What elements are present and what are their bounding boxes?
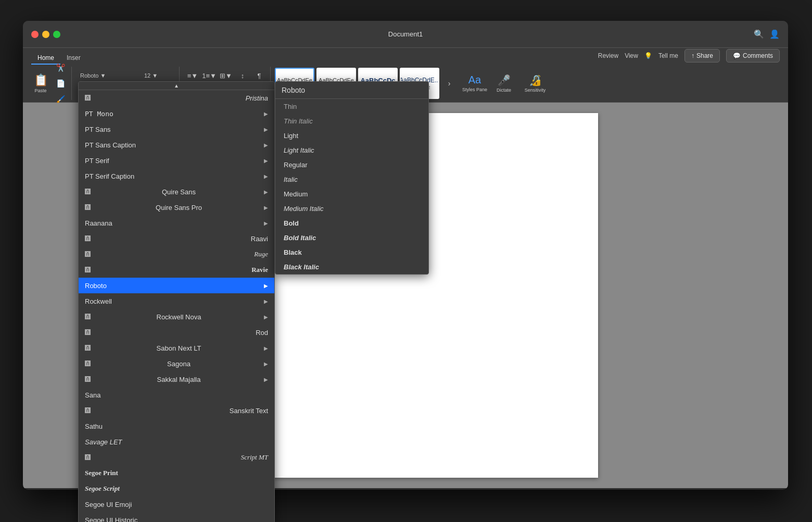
arrow-icon: ▶ (264, 361, 268, 367)
submenu-item-bold[interactable]: Bold (275, 216, 428, 230)
font-item-pt-sans-caption[interactable]: PT Sans Caption ▶ (79, 137, 274, 153)
share-button[interactable]: ↑ Share (684, 49, 720, 63)
more-styles-button[interactable]: › (441, 76, 457, 91)
font-item-sana[interactable]: Sana (79, 387, 274, 403)
submenu-item-light-italic[interactable]: Light Italic (275, 143, 428, 157)
review-tab[interactable]: Review (598, 52, 618, 59)
tell-me-label[interactable]: Tell me (658, 52, 678, 59)
font-item-raavi[interactable]: 🅰 Raavi (79, 231, 274, 246)
share-icon: ↑ (691, 52, 694, 59)
font-item-quire-sans-pro[interactable]: 🅰 Quire Sans Pro ▶ (79, 200, 274, 215)
pilcrow-button[interactable]: ¶ (251, 68, 267, 83)
sensitivity-icon: 🔏 (529, 74, 542, 86)
ravie-icon: 🅰 (85, 267, 91, 273)
font-size-btn[interactable]: 12 ▼ (141, 68, 161, 83)
ribbon-tabs: Home Inser Review View 💡 Tell me ↑ Share… (23, 48, 788, 65)
arrow-icon: ▶ (264, 205, 268, 210)
submenu-header: Roboto (275, 82, 428, 99)
font-item-sabon-next-lt[interactable]: 🅰 Sabon Next LT ▶ (79, 340, 274, 356)
font-item-pt-serif-caption[interactable]: PT Serif Caption ▶ (79, 168, 274, 184)
search-icon[interactable]: 🔍 (754, 29, 764, 39)
copy-button[interactable]: 📄 (53, 76, 68, 91)
submenu-item-italic[interactable]: Italic (275, 172, 428, 187)
quire-sans-pro-icon: 🅰 (85, 204, 91, 210)
submenu-item-thin[interactable]: Thin (275, 99, 428, 114)
font-item-rockwell-nova[interactable]: 🅰 Rockwell Nova ▶ (79, 309, 274, 325)
submenu-item-black[interactable]: Black (275, 245, 428, 259)
maximize-button[interactable] (53, 31, 60, 38)
minimize-button[interactable] (42, 31, 49, 38)
font-item-pt-mono[interactable]: PT Mono ▶ (79, 106, 274, 121)
comments-button[interactable]: 💬 Comments (726, 49, 780, 63)
submenu-item-black-italic[interactable]: Black Italic (275, 259, 428, 274)
paste-group: 📋 Paste ✂️ 📄 🖌️ (27, 67, 72, 100)
font-item-savage-let[interactable]: Savage LET (79, 434, 274, 450)
dictate-button[interactable]: 🎤 Dictate (490, 68, 517, 99)
dictate-icon: 🎤 (498, 74, 511, 86)
submenu-item-medium-italic[interactable]: Medium Italic (275, 201, 428, 216)
font-item-segoe-ui-emoji[interactable]: Segoe UI Emoji (79, 496, 274, 512)
submenu-item-medium[interactable]: Medium (275, 187, 428, 201)
submenu-item-bold-italic[interactable]: Bold Italic (275, 230, 428, 245)
arrow-icon: ▶ (264, 299, 268, 304)
cut-button[interactable]: ✂️ (53, 60, 68, 75)
font-item-pristina[interactable]: 🅰 Pristina (79, 90, 274, 106)
font-item-sakkal-majalla[interactable]: 🅰 Sakkal Majalla ▶ (79, 371, 274, 387)
styles-pane-icon: Aa (468, 74, 481, 86)
comments-icon: 💬 (733, 52, 741, 59)
titlebar: Document1 🔍 👤 (23, 21, 788, 48)
titlebar-right: 🔍 👤 (754, 29, 780, 39)
sagona-icon: 🅰 (85, 361, 91, 367)
sensitivity-button[interactable]: 🔏 Sensitivity (519, 68, 551, 99)
font-item-quire-sans[interactable]: 🅰 Quire Sans ▶ (79, 184, 274, 200)
tell-me-icon: 💡 (644, 52, 652, 59)
sabon-icon: 🅰 (85, 345, 91, 351)
font-item-raanana[interactable]: Raanana ▶ (79, 215, 274, 231)
paste-icon: 📋 (34, 73, 48, 87)
font-item-sathu[interactable]: Sathu (79, 418, 274, 434)
arrow-icon: ▶ (264, 127, 268, 132)
arrow-icon: ▶ (264, 377, 268, 382)
submenu-item-light[interactable]: Light (275, 128, 428, 143)
bullets-button[interactable]: ≡▼ (185, 68, 200, 83)
close-button[interactable] (31, 31, 39, 38)
font-item-ruge[interactable]: 🅰 Ruge (79, 246, 274, 262)
account-icon[interactable]: 👤 (769, 29, 780, 39)
ruge-icon: 🅰 (85, 251, 91, 257)
font-item-script-mt[interactable]: 🅰 Script MT (79, 450, 274, 465)
arrow-icon: ▶ (264, 173, 268, 179)
font-item-segoe-print[interactable]: Segoe Print (79, 465, 274, 481)
font-item-pt-serif[interactable]: PT Serif ▶ (79, 153, 274, 168)
arrow-icon: ▶ (264, 283, 268, 289)
script-mt-icon: 🅰 (85, 454, 91, 461)
font-item-rockwell[interactable]: Rockwell ▶ (79, 293, 274, 309)
font-item-pt-sans[interactable]: PT Sans ▶ (79, 121, 274, 137)
scroll-up-arrow[interactable]: ▲ (174, 83, 179, 89)
styles-pane-button[interactable]: Aa Styles Pane (461, 68, 488, 99)
arrow-icon: ▶ (264, 314, 268, 320)
rockwell-nova-icon: 🅰 (85, 314, 91, 320)
paste-button[interactable]: 📋 Paste (30, 70, 51, 97)
font-item-roboto[interactable]: Roboto ▶ (79, 278, 274, 293)
roboto-submenu: Roboto Thin Thin Italic Light Light Ital… (275, 81, 429, 275)
arrow-icon: ▶ (264, 220, 268, 226)
arrow-icon: ▶ (264, 111, 268, 117)
sort-button[interactable]: ↕ (235, 68, 250, 83)
pristina-icon: 🅰 (85, 95, 91, 101)
font-item-segoe-ui-historic[interactable]: Segoe UI Historic (79, 512, 274, 522)
arrow-icon: ▶ (264, 189, 268, 195)
numbering-button[interactable]: 1≡▼ (201, 68, 217, 83)
font-item-sanskrit-text[interactable]: 🅰 Sanskrit Text (79, 403, 274, 418)
font-dropdown-btn[interactable]: Roboto ▼ (77, 68, 139, 83)
submenu-item-regular[interactable]: Regular (275, 157, 428, 172)
font-item-sagona[interactable]: 🅰 Sagona ▶ (79, 356, 274, 371)
font-item-ravie[interactable]: 🅰 Ravie (79, 262, 274, 278)
multilevel-button[interactable]: ⊞▼ (218, 68, 234, 83)
submenu-item-thin-italic[interactable]: Thin Italic (275, 114, 428, 128)
font-item-rod[interactable]: 🅰 Rod (79, 325, 274, 340)
font-item-segoe-script[interactable]: Segoe Script (79, 481, 274, 496)
window-title: Document1 (388, 30, 423, 38)
arrow-icon: ▶ (264, 345, 268, 351)
view-tab[interactable]: View (625, 52, 638, 59)
sakkal-icon: 🅰 (85, 376, 91, 382)
